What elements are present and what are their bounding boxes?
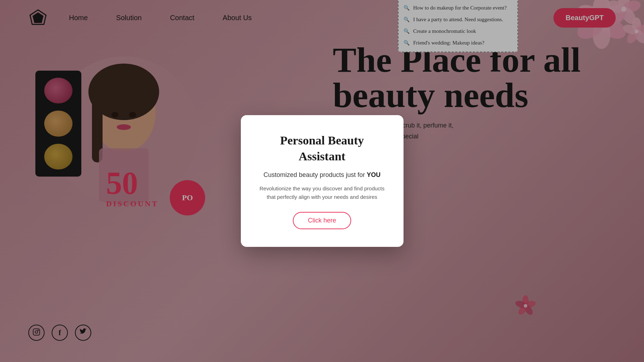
modal-subtitle-prefix: Customized beauty products just for	[263, 171, 367, 178]
modal-subtitle: Customized beauty products just for YOU	[255, 171, 389, 179]
modal-cta-button[interactable]: Click here	[293, 212, 351, 229]
modal-title: Personal BeautyAssistant	[255, 133, 389, 164]
modal-overlay[interactable]: Personal BeautyAssistant Customized beau…	[0, 0, 644, 362]
modal-body: Revolutionize the way you discover and f…	[255, 184, 389, 201]
modal-subtitle-you: YOU	[367, 171, 381, 178]
modal: Personal BeautyAssistant Customized beau…	[241, 115, 404, 247]
